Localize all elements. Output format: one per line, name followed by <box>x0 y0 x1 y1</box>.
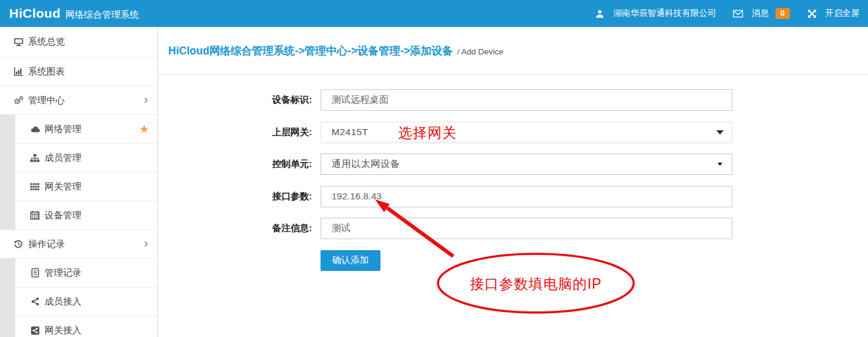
history-icon <box>13 239 24 250</box>
sidebar-item-label: 成员管理 <box>45 152 81 164</box>
bar-chart-icon <box>13 67 24 77</box>
sidebar-item-gateway-access[interactable]: 网关接入 <box>0 316 157 337</box>
control-unit-select[interactable]: 通用以太网设备 <box>321 154 732 175</box>
share-icon <box>29 297 40 307</box>
sidebar-item-member-management[interactable]: 成员管理 <box>0 144 157 172</box>
breadcrumb-suffix: / Add Device <box>457 45 503 56</box>
chevron-right-icon: › <box>144 93 148 105</box>
document-icon <box>29 268 40 278</box>
sidebar-item-label: 管理中心 <box>28 95 65 106</box>
breadcrumb-path: HiCloud网络综合管理系统->管理中心->设备管理->添加设备 <box>168 43 453 58</box>
cloud-icon <box>29 124 40 135</box>
main-content: HiCloud网络综合管理系统->管理中心->设备管理->添加设备 / Add … <box>158 27 868 337</box>
sidebar-item-management-records[interactable]: 管理记录 <box>0 259 157 287</box>
sidebar-item-member-access[interactable]: 成员接入 <box>0 287 157 316</box>
breadcrumb: HiCloud网络综合管理系统->管理中心->设备管理->添加设备 / Add … <box>158 27 868 75</box>
sidebar-item-label: 操作记录 <box>28 239 65 250</box>
sidebar-item-label: 网络管理 <box>45 124 81 135</box>
messages-count-badge: 0 <box>776 8 790 19</box>
sidebar-item-label: 网关管理 <box>45 181 81 193</box>
sidebar-item-system-overview[interactable]: 系统总览 <box>0 27 157 57</box>
remark-label: 备注信息: <box>158 223 312 234</box>
sidebar-item-device-management[interactable]: 设备管理 <box>0 201 157 230</box>
dropdown-caret-icon <box>716 130 724 135</box>
sidebar-item-label: 设备管理 <box>45 210 81 221</box>
sidebar-item-label: 网关接入 <box>45 325 81 336</box>
sidebar-item-operation-records[interactable]: 操作记录 › <box>0 230 157 259</box>
company-account[interactable]: 湖南华辰智通科技有限公司 <box>595 8 716 19</box>
top-header-bar: HiCloud 网络综合管理系统 湖南华辰智通科技有限公司 消息 0 <box>0 0 868 27</box>
remark-input[interactable] <box>321 218 732 239</box>
upper-gateway-select[interactable]: M2415T <box>321 122 732 143</box>
fullscreen-label: 开启全屏 <box>825 8 859 19</box>
interface-params-label: 接口参数: <box>158 191 312 202</box>
app-window: HiCloud 网络综合管理系统 湖南华辰智通科技有限公司 消息 0 <box>0 0 868 337</box>
user-icon <box>595 9 606 19</box>
sidebar-item-label: 系统总览 <box>28 36 65 48</box>
dropdown-caret-icon <box>718 163 722 166</box>
grid-icon <box>29 182 40 192</box>
sitemap-icon <box>29 153 40 163</box>
envelope-icon <box>733 9 744 19</box>
upper-gateway-value: M2415T <box>332 127 368 138</box>
company-name: 湖南华辰智通科技有限公司 <box>614 8 716 19</box>
brand-logo[interactable]: HiCloud 网络综合管理系统 <box>9 6 139 21</box>
control-unit-label: 控制单元: <box>158 158 312 170</box>
add-device-form: 设备标识: 上层网关: M2415T 控制单元: <box>158 75 868 271</box>
chevron-right-icon: › <box>144 237 148 249</box>
fullscreen-button[interactable]: 开启全屏 <box>806 8 859 19</box>
brand-name: HiCloud <box>9 6 61 21</box>
sidebar-item-network-management[interactable]: 网络管理 ★ <box>0 115 157 144</box>
sidebar-nav: 系统总览 系统图表 管理中心 › 网络管理 ★ <box>0 27 158 337</box>
gears-icon <box>13 95 24 106</box>
messages-label: 消息 <box>752 8 769 19</box>
sidebar-item-gateway-management[interactable]: 网关管理 <box>0 172 157 201</box>
device-id-input[interactable] <box>321 89 732 111</box>
sidebar-item-label: 管理记录 <box>45 267 81 279</box>
interface-params-input[interactable] <box>321 186 732 207</box>
calendar-icon <box>29 210 40 221</box>
control-unit-value: 通用以太网设备 <box>332 158 400 171</box>
desktop-icon <box>13 37 24 47</box>
upper-gateway-label: 上层网关: <box>158 127 312 138</box>
messages-button[interactable]: 消息 0 <box>733 8 790 19</box>
device-id-label: 设备标识: <box>158 94 312 106</box>
brand-suffix: 网络综合管理系统 <box>65 9 139 21</box>
sidebar-item-label: 成员接入 <box>45 296 81 308</box>
confirm-add-button[interactable]: 确认添加 <box>321 250 380 271</box>
sidebar-item-system-charts[interactable]: 系统图表 <box>0 57 157 86</box>
favorite-star-icon[interactable]: ★ <box>139 124 149 135</box>
sidebar-item-label: 系统图表 <box>28 66 65 78</box>
share-square-icon <box>29 325 40 336</box>
fullscreen-icon <box>806 9 817 19</box>
sidebar-item-management-center[interactable]: 管理中心 › <box>0 86 157 115</box>
